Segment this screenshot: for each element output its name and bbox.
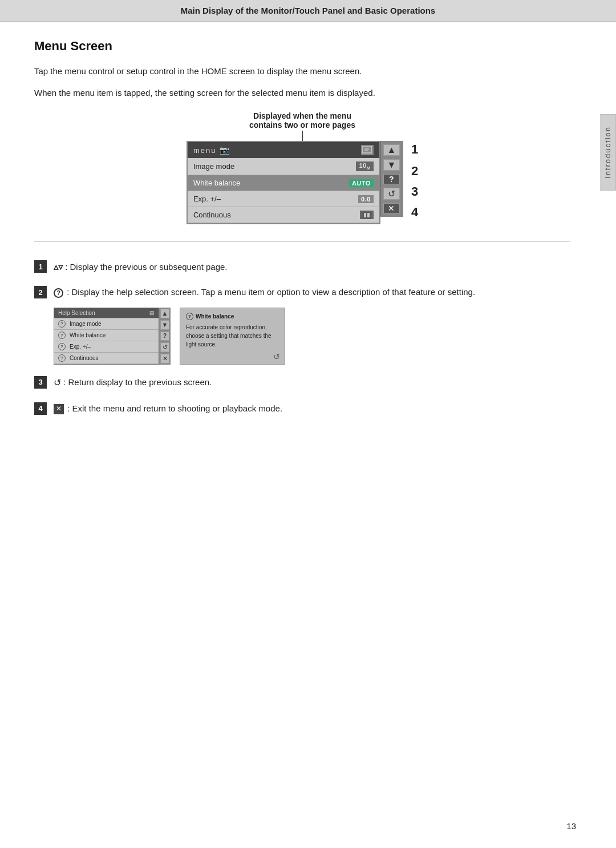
menu-badge-exp: 0.0 xyxy=(358,195,374,203)
help-question-icon: ? xyxy=(54,288,63,298)
number-labels: 1 2 3 4 xyxy=(403,141,418,221)
menu-row-exp[interactable]: Exp. +/– 0.0 xyxy=(188,191,379,207)
help-selection-title: Help Selection xyxy=(58,310,95,316)
small-menu-header: Help Selection ▤ xyxy=(54,308,159,318)
page-container: Main Display of the Monitor/Touch Panel … xyxy=(0,0,616,848)
menu-side-buttons: ▲ ▼ ? ↺ ✕ xyxy=(380,141,403,217)
side-btn-down[interactable]: ▼ xyxy=(383,159,400,171)
menu-row-label: White balance xyxy=(193,179,240,187)
small-btn-down[interactable]: ▼ xyxy=(160,320,169,330)
menu-badge-continuous xyxy=(360,211,374,219)
num-label-4: 4 xyxy=(411,205,418,220)
help-info-body: For accurate color reproduction, choose … xyxy=(186,323,279,349)
item-1: 1 ▵▿ : Display the previous or subsequen… xyxy=(34,259,570,274)
num-label-3: 3 xyxy=(411,184,418,199)
menu-row-label: Continuous xyxy=(193,211,231,219)
small-help-icon: ? xyxy=(58,332,66,339)
top-header: Main Display of the Monitor/Touch Panel … xyxy=(0,0,616,22)
menu-row-whitebalance[interactable]: White balance AUTO xyxy=(188,175,379,191)
num-label-1: 1 xyxy=(411,142,418,157)
page-title: Menu Screen xyxy=(34,39,570,54)
help-info-box: ? White balance For accurate color repro… xyxy=(180,308,285,365)
item-2-content: ? : Display the help selection screen. T… xyxy=(54,285,570,365)
small-menu-left: Help Selection ▤ ? Image mode ? xyxy=(54,308,171,365)
small-help-icon: ? xyxy=(58,354,66,362)
item-2: 2 ? : Display the help selection screen.… xyxy=(34,285,570,365)
menu-row-label: Image mode xyxy=(193,162,234,171)
side-btn-close[interactable]: ✕ xyxy=(383,203,400,213)
items-section: 1 ▵▿ : Display the previous or subsequen… xyxy=(34,259,570,415)
item-3: 3 ↺ : Return display to the previous scr… xyxy=(34,375,570,391)
item-4-text: ✕ : Exit the menu and return to shooting… xyxy=(54,401,570,416)
menu-title-text: menu xyxy=(193,146,217,155)
intro-paragraph-1: Tap the menu control or setup control in… xyxy=(34,64,445,79)
item-4-content: ✕ : Exit the menu and return to shooting… xyxy=(54,401,570,416)
menu-title-bar: menu 📷 xyxy=(188,142,379,158)
small-help-icon: ? xyxy=(58,343,66,350)
small-btn-return[interactable]: ↺ xyxy=(160,342,169,352)
intro-paragraph-2: When the menu item is tapped, the settin… xyxy=(34,86,445,100)
svg-rect-7 xyxy=(367,213,370,217)
help-info-title: ? White balance xyxy=(186,313,279,320)
small-menu-row-imagemode[interactable]: ? Image mode xyxy=(54,318,159,330)
header-title: Main Display of the Monitor/Touch Panel … xyxy=(181,6,435,15)
small-menu-screen: Help Selection ▤ ? Image mode ? xyxy=(54,308,159,365)
menu-badge-whitebalance: AUTO xyxy=(349,179,374,187)
side-btn-help[interactable]: ? xyxy=(383,174,400,184)
small-help-icon: ? xyxy=(58,320,66,328)
small-menu-row-continuous[interactable]: ? Continuous xyxy=(54,353,159,364)
item-1-badge: 1 xyxy=(34,260,47,273)
return-icon: ↺ xyxy=(54,378,61,387)
menu-screen: menu 📷 xyxy=(187,141,380,224)
close-x-icon: ✕ xyxy=(54,404,64,414)
menu-row-label: Exp. +/– xyxy=(193,195,221,203)
side-tab-label: Introduction xyxy=(603,126,612,179)
diagram-area: Displayed when the menu contains two or … xyxy=(34,111,570,224)
menu-page-icon xyxy=(361,145,374,155)
item-2-text: ? : Display the help selection screen. T… xyxy=(54,285,570,300)
menu-badge-imagemode: 10M xyxy=(356,161,373,171)
item-3-text: ↺ : Return display to the previous scree… xyxy=(54,375,570,391)
item-1-content: ▵▿ : Display the previous or subsequent … xyxy=(54,259,570,274)
small-btn-up[interactable]: ▲ xyxy=(160,309,169,318)
help-info-icon: ? xyxy=(186,313,193,320)
num-label-2: 2 xyxy=(411,164,418,179)
main-content: Menu Screen Tap the menu control or setu… xyxy=(0,22,616,449)
small-btn-close[interactable]: ✕ xyxy=(160,354,169,364)
up-down-icon: ▵▿ xyxy=(54,262,63,272)
svg-rect-6 xyxy=(364,213,366,217)
menu-row-imagemode[interactable]: Image mode 10M xyxy=(188,158,379,175)
callout-label: Displayed when the menu contains two or … xyxy=(249,111,355,130)
item-2-badge: 2 xyxy=(34,286,47,298)
side-tab-introduction: Introduction xyxy=(600,114,616,191)
small-screens-row: Help Selection ▤ ? Image mode ? xyxy=(54,308,570,365)
divider xyxy=(34,241,570,242)
small-side-buttons: ▲ ▼ ? ↺ ✕ xyxy=(159,308,171,365)
camera-icon: 📷 xyxy=(220,146,230,155)
side-btn-return[interactable]: ↺ xyxy=(383,188,400,200)
small-menu-row-exp[interactable]: ? Exp. +/– xyxy=(54,341,159,353)
side-btn-up[interactable]: ▲ xyxy=(383,144,400,156)
help-back-button[interactable]: ↺ xyxy=(273,352,280,361)
page-number: 13 xyxy=(566,821,576,831)
menu-row-continuous[interactable]: Continuous xyxy=(188,207,379,223)
item-4-badge: 4 xyxy=(34,402,47,415)
item-1-text: ▵▿ : Display the previous or subsequent … xyxy=(54,259,570,274)
item-3-content: ↺ : Return display to the previous scree… xyxy=(54,375,570,391)
small-btn-help[interactable]: ? xyxy=(160,332,169,341)
item-4: 4 ✕ : Exit the menu and return to shooti… xyxy=(34,401,570,416)
item-3-badge: 3 xyxy=(34,376,47,389)
small-menu-row-whitebalance[interactable]: ? White balance xyxy=(54,330,159,341)
